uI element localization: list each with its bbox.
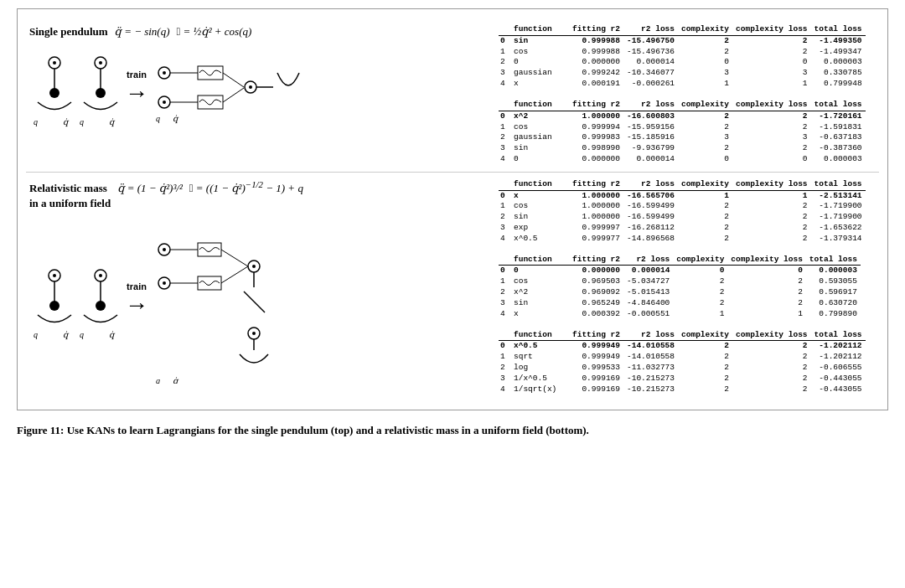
col-closs: complexity loss: [732, 179, 811, 190]
table-cell: 1.000000: [569, 212, 623, 223]
table-cell: 0.593055: [806, 276, 861, 287]
svg-point-3: [49, 88, 59, 98]
table-cell: 0.000000: [569, 57, 623, 68]
row1-header: Single pendulum q̈ = − sin(q) ℒ = ½q̇² +…: [29, 24, 499, 39]
table-cell: -14.010558: [623, 341, 678, 352]
row1: Single pendulum q̈ = − sin(q) ℒ = ½q̇² +…: [26, 18, 879, 173]
table-cell: 2: [499, 57, 510, 68]
table-cell: -5.034727: [623, 276, 673, 287]
table-cell: gaussian: [510, 132, 569, 143]
col-complexity: complexity: [678, 179, 732, 190]
table-cell: 4: [499, 234, 510, 245]
table-cell: 0.000014: [623, 154, 678, 165]
table-cell: -1.499350: [811, 35, 866, 46]
row2-right: function fitting r2 r2 loss complexity c…: [499, 179, 876, 395]
table-cell: 0: [499, 266, 510, 276]
table-cell: 2: [673, 287, 727, 298]
svg-line-52: [244, 291, 265, 312]
table-cell: -1.499347: [811, 47, 866, 58]
svg-line-48: [221, 266, 248, 283]
table-cell: 0: [499, 35, 510, 46]
row2-kan-output: q q̇: [152, 216, 319, 384]
col-function: function: [510, 330, 569, 341]
table-cell: 1: [499, 201, 510, 212]
table-cell: 1/sqrt(x): [510, 384, 569, 395]
table-cell: -16.565706: [623, 190, 678, 201]
table-cell: cos: [510, 201, 569, 212]
table-cell: 1: [673, 309, 727, 320]
table-cell: 2: [678, 201, 732, 212]
table-cell: 0.999997: [569, 223, 623, 234]
table-cell: 2: [678, 111, 732, 121]
col-function: function: [510, 100, 569, 111]
table-cell: 0.000000: [569, 266, 623, 276]
table-cell: 1: [499, 47, 510, 58]
table-cell: 2: [732, 47, 811, 58]
table-cell: 0.000003: [811, 154, 866, 165]
table-cell: 4: [499, 79, 510, 90]
table-cell: 0.799948: [811, 79, 866, 90]
table-cell: 1.000000: [569, 201, 623, 212]
svg-rect-19: [198, 95, 223, 109]
svg-point-23: [249, 85, 252, 89]
table-cell: x^0.5: [510, 234, 569, 245]
table-cell: 2: [732, 122, 811, 133]
table-cell: 3: [499, 223, 510, 234]
table-cell: 0.999169: [569, 374, 623, 384]
table-cell: -0.606555: [811, 363, 866, 374]
svg-point-9: [96, 88, 106, 98]
table-cell: -11.032773: [623, 363, 678, 374]
caption-text: Figure 11: Use KANs to learn Lagrangians…: [17, 424, 589, 436]
col-idx: [499, 255, 510, 266]
table-cell: 1: [678, 190, 732, 201]
table-cell: 2: [673, 298, 727, 309]
table-cell: 2: [732, 223, 811, 234]
table-cell: 0: [499, 341, 510, 352]
svg-text:q: q: [34, 117, 38, 126]
table-cell: 0.000000: [569, 154, 623, 165]
svg-point-7: [99, 61, 102, 64]
table-cell: 0: [510, 57, 569, 68]
table-cell: -4.846400: [623, 298, 673, 309]
table-cell: 2: [732, 234, 811, 245]
table-cell: 2: [727, 298, 806, 309]
table-cell: 4: [499, 309, 510, 320]
table-cell: 0.630720: [806, 298, 861, 309]
col-function: function: [510, 179, 569, 190]
table-cell: 0.000014: [623, 266, 673, 276]
col-tloss: total loss: [811, 330, 866, 341]
table-cell: 0.999242: [569, 68, 623, 79]
row2-eq-q: q̈ = (1 − q̇²)³/²: [117, 182, 183, 195]
table-cell: 0.999533: [569, 363, 623, 374]
table-cell: -0.443055: [811, 384, 866, 395]
table-cell: 0.000003: [806, 266, 861, 276]
table-cell: -10.215273: [623, 374, 678, 384]
table-cell: sqrt: [510, 352, 569, 363]
col-closs: complexity loss: [732, 24, 811, 35]
table-cell: sin: [510, 298, 569, 309]
table-cell: 2: [673, 276, 727, 287]
col-r2: fitting r2: [569, 100, 623, 111]
table-cell: sin: [510, 35, 569, 46]
table-cell: 0: [510, 266, 569, 276]
table-cell: 0: [678, 154, 732, 165]
row2-table3-container: function fitting r2 r2 loss complexity c…: [499, 330, 876, 395]
table-cell: 0.596917: [806, 287, 861, 298]
table-cell: -0.387360: [811, 143, 866, 154]
table-cell: 1: [732, 79, 811, 90]
table-cell: x^0.5: [510, 341, 569, 352]
col-complexity: complexity: [673, 255, 727, 266]
table-cell: 3: [732, 132, 811, 143]
row2-diagram-top: q q̇ q q̇ train →: [29, 216, 499, 384]
row2-train-text: train: [127, 281, 147, 291]
svg-point-34: [99, 274, 102, 277]
svg-text:q: q: [156, 114, 160, 123]
row2-header: Relativistic mass in a uniform field q̈ …: [29, 179, 499, 212]
row2-train-arrow: train →: [125, 281, 148, 318]
table-cell: 1/x^0.5: [510, 374, 569, 384]
table-cell: 0.998990: [569, 143, 623, 154]
row1-eq-L: ℒ = ½q̇² + cos(q): [177, 25, 252, 39]
table-cell: exp: [510, 223, 569, 234]
table-cell: 1.000000: [569, 190, 623, 201]
table-cell: log: [510, 363, 569, 374]
